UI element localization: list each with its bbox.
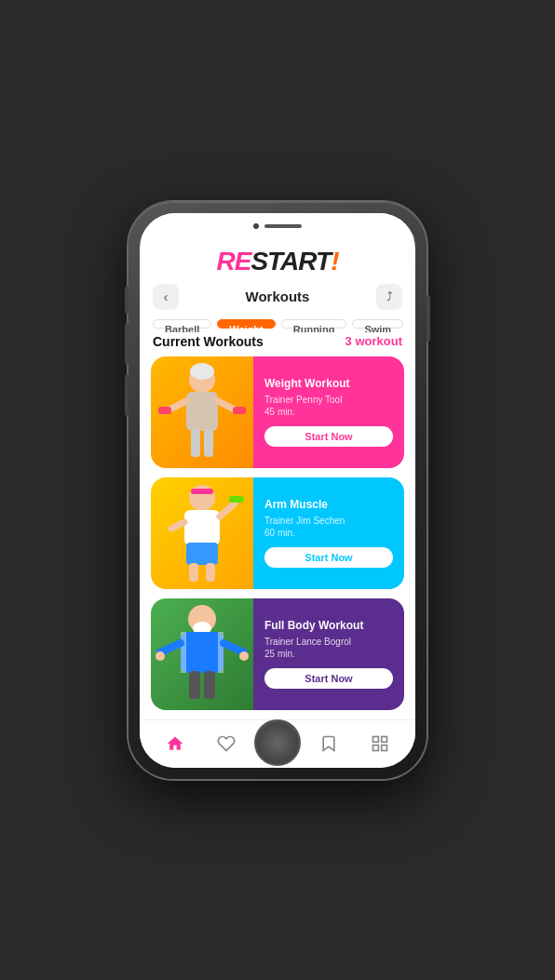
svg-rect-11 xyxy=(184,510,220,545)
card-3-image xyxy=(151,598,253,710)
volume-down-button xyxy=(125,374,129,416)
card-2-name: Arm Muscle xyxy=(264,498,393,511)
svg-point-26 xyxy=(239,651,249,661)
svg-rect-21 xyxy=(181,632,186,673)
filter-barbell[interactable]: Barbell xyxy=(153,319,211,329)
speaker-bar xyxy=(264,224,302,228)
back-button[interactable]: ‹ xyxy=(153,284,179,310)
phone-shell: RESTART! ‹ Workouts ⤴ Barbell Weight Run… xyxy=(129,202,426,779)
svg-rect-5 xyxy=(158,407,171,414)
power-button xyxy=(426,295,430,342)
logo-re: RE xyxy=(217,247,251,275)
svg-line-15 xyxy=(171,522,184,529)
section-count: 3 workout xyxy=(345,334,402,348)
filter-weight[interactable]: Weight xyxy=(217,319,275,329)
filter-running[interactable]: Running xyxy=(281,319,347,329)
share-button[interactable]: ⤴ xyxy=(376,284,402,310)
svg-point-25 xyxy=(156,651,165,661)
svg-rect-8 xyxy=(204,429,213,457)
logo-exclaim: ! xyxy=(331,247,338,275)
header: ‹ Workouts ⤴ xyxy=(140,280,415,315)
svg-rect-34 xyxy=(382,737,387,743)
mute-button xyxy=(125,286,129,314)
section-title: Current Workouts xyxy=(153,334,264,349)
card-2-info: Arm Muscle Trainer Jim Sechen 60 min. St… xyxy=(253,477,404,589)
volume-up-button xyxy=(125,323,129,365)
card-3-info: Full Body Workout Trainer Lance Bogrol 2… xyxy=(253,598,404,710)
home-button[interactable] xyxy=(254,719,301,766)
svg-line-13 xyxy=(220,503,235,517)
workout-cards: Weight Workout Trainer Penny Tool 45 min… xyxy=(140,356,415,719)
start-now-button-2[interactable]: Start Now xyxy=(264,547,393,568)
card-1-info: Weight Workout Trainer Penny Tool 45 min… xyxy=(253,356,404,468)
svg-rect-33 xyxy=(373,737,379,743)
card-1-trainer: Trainer Penny Tool xyxy=(264,395,393,405)
top-bar xyxy=(140,213,415,239)
card-1-image xyxy=(151,356,253,468)
section-header: Current Workouts 3 workout xyxy=(140,332,415,356)
svg-rect-7 xyxy=(191,429,200,457)
workout-card-1: Weight Workout Trainer Penny Tool 45 min… xyxy=(151,356,404,468)
card-1-duration: 45 min. xyxy=(264,407,393,417)
workout-card-3: Full Body Workout Trainer Lance Bogrol 2… xyxy=(151,598,404,710)
svg-rect-20 xyxy=(181,632,223,673)
nav-grid[interactable] xyxy=(363,727,397,760)
svg-line-24 xyxy=(223,643,244,652)
svg-rect-16 xyxy=(189,563,198,582)
app-logo: RESTART! xyxy=(217,248,339,275)
svg-rect-6 xyxy=(233,407,246,414)
svg-rect-12 xyxy=(186,543,218,565)
svg-line-23 xyxy=(160,643,181,652)
filter-tabs: Barbell Weight Running Swim xyxy=(140,315,415,332)
card-3-trainer: Trainer Lance Bogrol xyxy=(264,637,393,647)
filter-swim[interactable]: Swim xyxy=(352,319,403,329)
start-now-button-1[interactable]: Start Now xyxy=(264,426,393,447)
app-content: RESTART! ‹ Workouts ⤴ Barbell Weight Run… xyxy=(140,239,415,719)
card-2-image xyxy=(151,477,253,589)
svg-rect-14 xyxy=(229,496,244,503)
svg-rect-27 xyxy=(189,671,200,699)
camera-dot xyxy=(253,223,259,229)
start-now-button-3[interactable]: Start Now xyxy=(264,668,393,689)
nav-bookmarks[interactable] xyxy=(312,727,345,760)
svg-rect-35 xyxy=(382,745,387,751)
phone-screen: RESTART! ‹ Workouts ⤴ Barbell Weight Run… xyxy=(140,213,415,768)
card-2-duration: 60 min. xyxy=(264,528,393,538)
card-2-trainer: Trainer Jim Sechen xyxy=(264,516,393,526)
logo-start: START xyxy=(250,247,331,275)
logo-area: RESTART! xyxy=(140,239,415,280)
svg-rect-17 xyxy=(206,563,215,582)
card-3-duration: 25 min. xyxy=(264,649,393,659)
svg-rect-36 xyxy=(373,745,379,751)
svg-rect-2 xyxy=(186,392,218,431)
svg-rect-10 xyxy=(191,489,213,494)
card-1-name: Weight Workout xyxy=(264,377,393,390)
svg-point-1 xyxy=(190,363,214,380)
nav-home[interactable] xyxy=(158,727,192,760)
page-title: Workouts xyxy=(246,289,310,304)
workout-card-2: Arm Muscle Trainer Jim Sechen 60 min. St… xyxy=(151,477,404,589)
svg-rect-22 xyxy=(218,632,223,673)
card-3-name: Full Body Workout xyxy=(264,619,393,632)
nav-favorites[interactable] xyxy=(210,727,243,760)
svg-rect-28 xyxy=(204,671,215,699)
